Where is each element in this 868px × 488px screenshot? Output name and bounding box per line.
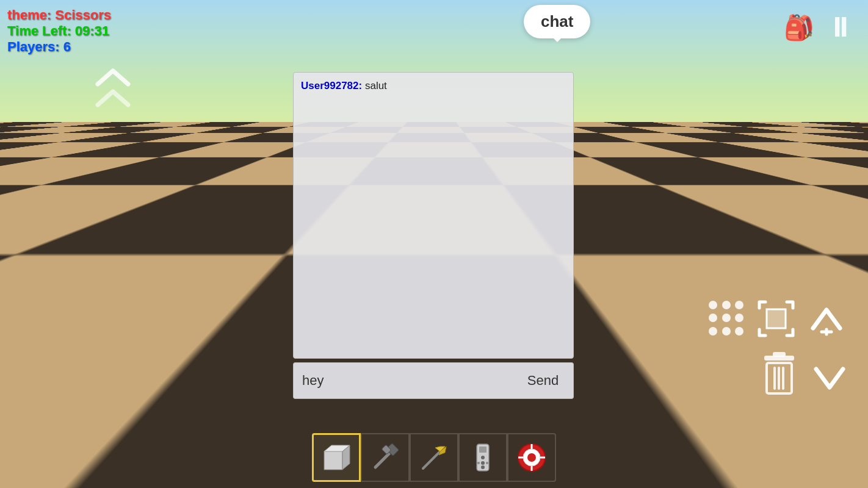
chat-text: salut [362, 80, 387, 92]
hud-topleft: theme: Scissors Time Left: 09:31 Players… [7, 7, 111, 55]
time-display: Time Left: 09:31 [7, 23, 111, 39]
backpack-icon[interactable]: 🎒 [784, 13, 814, 42]
svg-rect-17 [479, 447, 486, 453]
chat-input[interactable] [293, 362, 513, 399]
pause-button[interactable]: ⏸ [826, 12, 856, 43]
chat-send-button[interactable]: Send [513, 362, 574, 399]
move-up-button[interactable] [807, 299, 847, 339]
svg-line-15 [423, 451, 440, 468]
chat-bubble-label: chat [541, 12, 573, 30]
theme-display: theme: Scissors [7, 7, 111, 23]
grid-toggle-button[interactable] [709, 301, 745, 337]
toolbar-item-remote[interactable] [458, 433, 507, 482]
toolbar-item-cube[interactable] [312, 433, 361, 482]
toolbar-item-pickaxe[interactable] [410, 433, 458, 482]
svg-point-19 [481, 461, 485, 465]
trash-button[interactable] [759, 350, 799, 401]
chat-bubble-button[interactable]: chat [524, 5, 590, 38]
svg-point-25 [527, 453, 536, 462]
svg-rect-9 [324, 451, 342, 470]
chat-input-row: Send [293, 362, 574, 399]
chevron-up-icon [95, 67, 131, 87]
players-display: Players: 6 [7, 39, 111, 55]
svg-rect-4 [773, 352, 786, 357]
move-down-button[interactable] [810, 356, 850, 395]
toolbar-item-target[interactable] [507, 433, 556, 482]
svg-point-22 [486, 462, 488, 464]
svg-point-20 [481, 465, 485, 469]
chat-username: User992782: [301, 80, 362, 92]
svg-point-21 [477, 462, 480, 464]
theme-value: Scissors [55, 7, 111, 23]
frame-mode-button[interactable] [756, 299, 796, 339]
chat-panel: User992782: salut Send [293, 72, 574, 399]
direction-indicator [95, 67, 131, 107]
hud-topright: 🎒 ⏸ [784, 12, 856, 43]
svg-point-18 [481, 456, 485, 459]
theme-label: theme: [7, 7, 55, 23]
bottom-toolbar [312, 433, 556, 482]
chevron-up-icon-2 [95, 88, 131, 107]
chat-messages: User992782: salut [293, 72, 574, 359]
svg-rect-0 [767, 309, 786, 328]
chat-message: User992782: salut [301, 80, 566, 92]
toolbar-item-hammer[interactable] [361, 433, 410, 482]
